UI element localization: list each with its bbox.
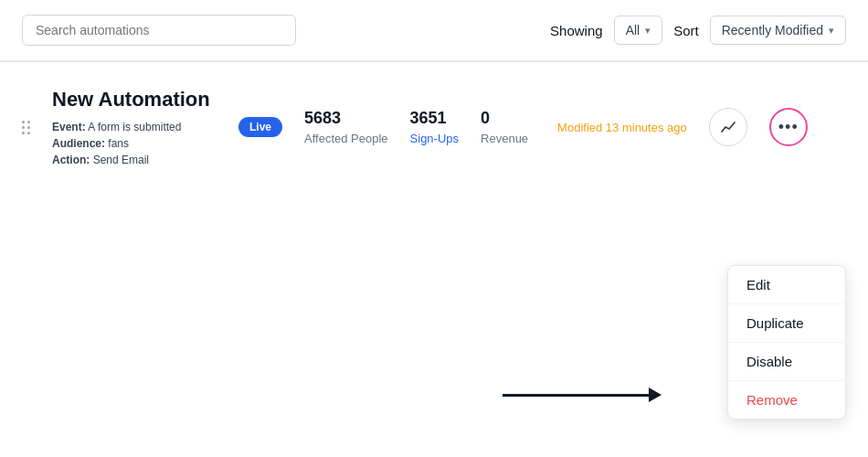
- chart-button[interactable]: [709, 108, 747, 146]
- automation-name: New Automation: [52, 88, 217, 112]
- stat-signups: 3651 Sign-Ups: [410, 109, 459, 145]
- drag-handle[interactable]: [22, 121, 30, 134]
- event-label: Event:: [52, 121, 86, 133]
- stat-revenue: 0 Revenue: [481, 109, 528, 145]
- arrow-head-icon: [649, 388, 662, 402]
- toolbar: Showing All ▾ Sort Recently Modified ▾: [0, 0, 868, 61]
- showing-chevron-icon: ▾: [645, 25, 651, 37]
- sort-label: Sort: [673, 23, 699, 38]
- showing-dropdown[interactable]: All ▾: [614, 16, 663, 45]
- sort-dropdown[interactable]: Recently Modified ▾: [710, 16, 846, 45]
- showing-value: All: [626, 23, 640, 37]
- search-input[interactable]: [22, 15, 296, 46]
- dropdown-menu: EditDuplicateDisableRemove: [727, 265, 846, 420]
- stat-revenue-number: 0: [481, 109, 528, 128]
- dropdown-item-remove[interactable]: Remove: [728, 381, 845, 419]
- sort-value: Recently Modified: [722, 23, 823, 37]
- sort-chevron-icon: ▾: [829, 25, 834, 37]
- audience-label: Audience:: [52, 137, 105, 150]
- action-label: Action:: [52, 154, 90, 166]
- audience-value: fans: [108, 137, 129, 150]
- stat-revenue-label: Revenue: [481, 132, 528, 145]
- chart-icon: [720, 119, 736, 135]
- audience-text: Audience: fans: [52, 137, 217, 150]
- stat-signups-number: 3651: [410, 109, 459, 128]
- arrow-line: [503, 394, 649, 397]
- stat-affected-label: Affected People: [304, 132, 388, 145]
- action-value: Send Email: [93, 154, 149, 166]
- action-text: Action: Send Email: [52, 154, 217, 166]
- search-wrapper: [22, 15, 296, 46]
- more-options-button[interactable]: •••: [769, 108, 808, 146]
- stat-signups-label: Sign-Ups: [410, 132, 459, 145]
- automation-row: New Automation Event: A form is submitte…: [0, 62, 868, 192]
- event-value: A form is submitted: [88, 121, 181, 133]
- showing-label: Showing: [550, 23, 603, 38]
- automation-info: New Automation Event: A form is submitte…: [52, 88, 217, 166]
- stat-affected-people: 5683 Affected People: [304, 109, 388, 145]
- event-text: Event: A form is submitted: [52, 121, 217, 133]
- dropdown-item-duplicate[interactable]: Duplicate: [728, 304, 845, 343]
- dropdown-item-edit[interactable]: Edit: [728, 266, 845, 304]
- modified-text: Modified 13 minutes ago: [557, 121, 687, 134]
- live-badge: Live: [238, 117, 282, 137]
- more-dots-icon: •••: [778, 118, 799, 137]
- stat-affected-number: 5683: [304, 109, 388, 128]
- arrow-annotation: [503, 388, 662, 402]
- dropdown-item-disable[interactable]: Disable: [728, 343, 845, 381]
- toolbar-right: Showing All ▾ Sort Recently Modified ▾: [550, 16, 846, 45]
